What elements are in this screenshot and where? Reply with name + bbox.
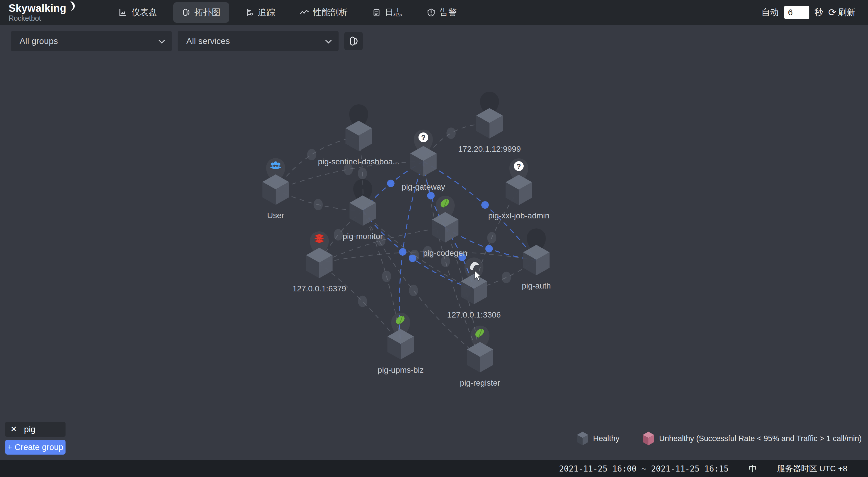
menu-item-topology[interactable]: 拓扑图 — [173, 2, 229, 23]
menu-item-trace[interactable]: 追踪 — [237, 2, 284, 23]
menu-item-label: 告警 — [439, 7, 457, 19]
menu-item-label: 仪表盘 — [131, 7, 157, 19]
edge-traffic-dot — [358, 168, 367, 179]
menu-item-dashboard[interactable]: 仪表盘 — [110, 2, 166, 23]
topology-depth-button[interactable] — [344, 32, 363, 50]
main-menu: 仪表盘拓扑图追踪性能剖析日志告警 — [110, 2, 465, 23]
topology-node-127.0.0.1:6379[interactable]: 127.0.0.1:6379 — [292, 231, 346, 293]
menu-item-label: 追踪 — [258, 7, 275, 19]
healthy-cube-icon — [577, 431, 589, 446]
node-label: pig-monitor — [343, 232, 383, 241]
menu-item-profile[interactable]: 性能剖析 — [291, 2, 356, 23]
edge-traffic-dot — [334, 229, 343, 241]
node-label: User — [267, 211, 284, 220]
refresh-label: 刷新 — [838, 7, 855, 19]
alarm-icon — [427, 8, 435, 17]
edge-traffic-dot — [358, 296, 367, 307]
menu-item-label: 性能剖析 — [313, 7, 347, 19]
language-toggle[interactable]: 中 — [749, 463, 757, 474]
edge-traffic-dot — [487, 232, 496, 244]
refresh-icon: ⟳ — [828, 7, 837, 17]
topology-node-pig-upms-biz[interactable]: pig-upms-biz — [378, 313, 424, 374]
topology-node-pig-gateway[interactable]: ?pig-gateway — [402, 130, 445, 191]
node-label: pig-gateway — [402, 183, 445, 191]
time-range-picker[interactable]: 2021-11-25 16:00 ~ 2021-11-25 16:15 — [559, 464, 728, 474]
unhealthy-cube-icon — [642, 431, 654, 446]
status-bar: 2021-11-25 16:00 ~ 2021-11-25 16:15 中 服务… — [0, 460, 868, 477]
node-label: pig-codegen — [423, 249, 467, 257]
seconds-label: 秒 — [814, 7, 823, 19]
trace-icon — [245, 8, 254, 17]
edge-traffic-dot — [387, 180, 395, 187]
edge-traffic-dot — [502, 272, 511, 283]
legend-healthy: Healthy — [577, 431, 620, 446]
edge-traffic-dot — [307, 149, 316, 160]
topology-node-user[interactable]: User — [262, 158, 289, 220]
clear-search-icon[interactable]: ✕ — [10, 425, 17, 433]
profile-icon — [300, 8, 309, 17]
edge-traffic-dot — [399, 248, 406, 256]
legend-healthy-label: Healthy — [593, 434, 620, 443]
edge-traffic-dot — [427, 192, 435, 199]
question-glyph: ? — [421, 134, 425, 142]
node-label: pig-auth — [522, 281, 551, 290]
chevron-down-icon — [159, 37, 165, 44]
services-select[interactable]: All services — [178, 31, 339, 51]
server-timezone-label: 服务器时区 UTC +8 — [777, 463, 847, 474]
node-label: pig-xxl-job-admin — [488, 211, 549, 220]
edge-traffic-dot — [486, 245, 493, 252]
node-label: 172.20.1.12:9999 — [458, 145, 521, 154]
group-search-input[interactable]: ✕ pig — [5, 422, 65, 437]
menu-item-log[interactable]: 日志 — [364, 2, 411, 23]
node-label: 127.0.0.1:6379 — [292, 284, 346, 293]
topology-node-127.0.0.1:3306[interactable]: 127.0.0.1:3306 — [447, 257, 501, 319]
topology-node-pig-xxl-job-admin[interactable]: ?pig-xxl-job-admin — [488, 158, 549, 220]
edge-traffic-dot — [409, 285, 418, 296]
menu-item-label: 日志 — [385, 7, 402, 19]
groups-select[interactable]: All groups — [11, 31, 172, 51]
menu-item-alarm[interactable]: 告警 — [418, 2, 465, 23]
topology-node-pig-auth[interactable]: pig-auth — [522, 228, 551, 290]
logo-title: Skywalking — [9, 3, 66, 14]
edge-traffic-dot — [482, 201, 489, 209]
services-select-value: All services — [186, 36, 230, 46]
dashboard-icon — [119, 8, 127, 17]
skywalking-logo: Skywalking Rocketbot — [9, 3, 75, 22]
search-value: pig — [24, 424, 35, 434]
node-label: pig-sentinel-dashboa... — [318, 157, 399, 166]
auto-label: 自动 — [762, 7, 779, 19]
edge-traffic-dot — [446, 127, 456, 139]
menu-item-label: 拓扑图 — [194, 7, 220, 19]
edge-traffic-dot — [382, 271, 391, 282]
refresh-button[interactable]: ⟳ 刷新 — [828, 7, 856, 19]
create-group-button[interactable]: + Create group — [5, 440, 65, 454]
topology-icon — [182, 8, 191, 17]
topology-legend: Healthy Unhealthy (Successful Rate < 95%… — [577, 431, 862, 446]
skywalking-app: Skywalking Rocketbot 仪表盘拓扑图追踪性能剖析日志告警 自动… — [0, 0, 868, 477]
redis-icon — [314, 234, 324, 243]
node-label: 127.0.0.1:3306 — [447, 310, 501, 319]
node-label: pig-register — [460, 378, 500, 387]
topology-canvas[interactable]: Userpig-sentinel-dashboa...172.20.1.12:9… — [0, 25, 868, 460]
refresh-interval-input[interactable] — [784, 6, 809, 19]
topology-node-pig-register[interactable]: pig-register — [460, 325, 500, 387]
refresh-controls: 自动 秒 ⟳ 刷新 — [762, 6, 856, 19]
question-glyph: ? — [517, 162, 521, 170]
edge-traffic-dot — [409, 255, 416, 262]
logo-subtitle: Rocketbot — [9, 14, 75, 22]
filter-bar: All groups All services — [11, 31, 363, 51]
groups-select-value: All groups — [20, 36, 58, 46]
chevron-down-icon — [326, 37, 332, 44]
topology-node-pig-sentinel-dashboard[interactable]: pig-sentinel-dashboa... — [318, 104, 399, 166]
legend-unhealthy: Unhealthy (Successful Rate < 95% and Tra… — [642, 431, 862, 446]
edge-traffic-dot — [314, 199, 323, 210]
legend-unhealthy-label: Unhealthy (Successful Rate < 95% and Tra… — [659, 434, 862, 443]
topology-node-pig-monitor[interactable]: pig-monitor — [343, 179, 383, 241]
top-nav: Skywalking Rocketbot 仪表盘拓扑图追踪性能剖析日志告警 自动… — [0, 0, 868, 25]
topology-node-172.20.1.12:9999[interactable]: 172.20.1.12:9999 — [458, 92, 521, 154]
moon-swoosh-icon — [67, 1, 75, 11]
log-icon — [372, 8, 381, 17]
group-search-panel: ✕ pig + Create group — [5, 422, 65, 454]
node-label: pig-upms-biz — [378, 365, 424, 374]
topology-icon — [348, 36, 359, 46]
